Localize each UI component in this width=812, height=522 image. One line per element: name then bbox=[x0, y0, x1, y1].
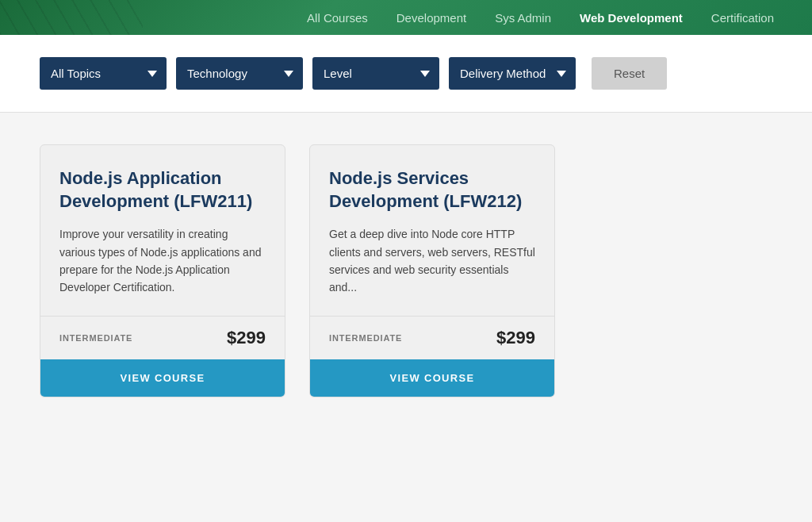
card-body-lfw212: Node.js Services Development (LFW212) Ge… bbox=[310, 145, 554, 316]
course-card-lfw212: Node.js Services Development (LFW212) Ge… bbox=[309, 144, 555, 397]
nav-item-all-courses[interactable]: All Courses bbox=[293, 11, 382, 25]
view-course-lfw211-button[interactable]: VIEW COURSE bbox=[40, 359, 285, 397]
technology-filter[interactable]: Technology Node.js JavaScript Python bbox=[176, 57, 303, 90]
card-description-lfw211: Improve your versatility in creating var… bbox=[59, 225, 266, 297]
level-filter[interactable]: Level Beginner Intermediate Advanced bbox=[312, 57, 439, 90]
card-footer-lfw212: INTERMEDIATE $299 bbox=[310, 316, 554, 359]
card-footer-lfw211: INTERMEDIATE $299 bbox=[40, 316, 285, 359]
card-level-lfw211: INTERMEDIATE bbox=[59, 333, 132, 343]
filters-bar: All Topics JavaScript Node.js HTML/CSS R… bbox=[0, 35, 812, 113]
view-course-lfw212-button[interactable]: VIEW COURSE bbox=[310, 359, 554, 397]
nav-item-certification[interactable]: Certification bbox=[697, 11, 788, 25]
reset-button[interactable]: Reset bbox=[592, 57, 667, 90]
card-description-lfw212: Get a deep dive into Node core HTTP clie… bbox=[329, 225, 535, 297]
course-card-lfw211: Node.js Application Development (LFW211)… bbox=[40, 144, 285, 397]
topics-filter[interactable]: All Topics JavaScript Node.js HTML/CSS R… bbox=[40, 57, 167, 90]
course-grid: Node.js Application Development (LFW211)… bbox=[0, 113, 812, 429]
main-nav: All Courses Development Sys Admin Web De… bbox=[0, 0, 812, 35]
nav-item-sysadmin[interactable]: Sys Admin bbox=[481, 11, 565, 25]
nav-item-web-development[interactable]: Web Development bbox=[565, 11, 697, 25]
card-level-lfw212: INTERMEDIATE bbox=[329, 333, 402, 343]
card-price-lfw212: $299 bbox=[496, 328, 535, 348]
card-body-lfw211: Node.js Application Development (LFW211)… bbox=[40, 145, 285, 316]
card-title-lfw212: Node.js Services Development (LFW212) bbox=[329, 167, 535, 213]
card-price-lfw211: $299 bbox=[227, 328, 266, 348]
nav-item-development[interactable]: Development bbox=[382, 11, 481, 25]
card-title-lfw211: Node.js Application Development (LFW211) bbox=[59, 167, 266, 213]
delivery-filter[interactable]: Delivery Method Online In-Person Virtual bbox=[449, 57, 576, 90]
